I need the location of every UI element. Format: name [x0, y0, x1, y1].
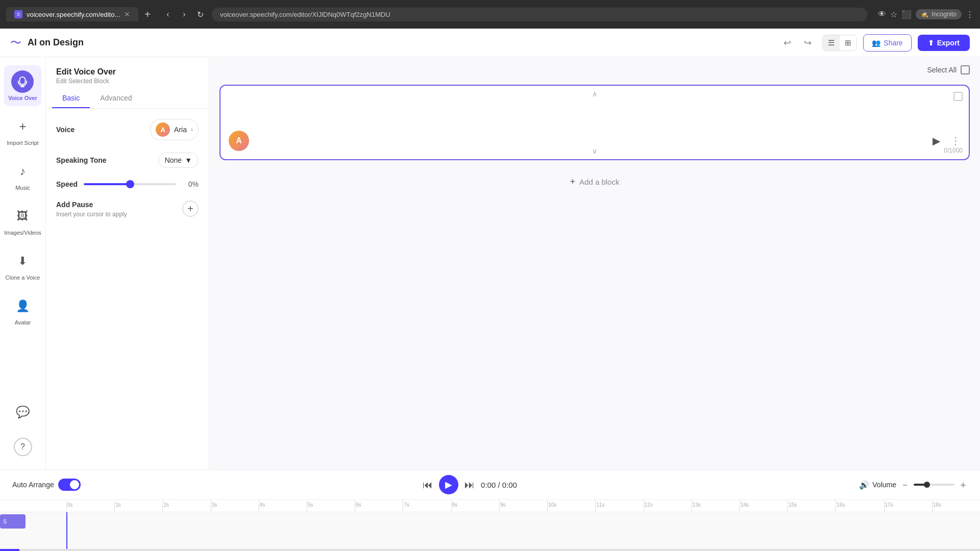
voice-selector[interactable]: A Aria › — [150, 119, 199, 140]
time-display: 0:00 / 0:00 — [481, 481, 517, 489]
timeline-play-btn[interactable]: ▶ — [439, 475, 458, 494]
active-tab[interactable]: S voiceover.speechify.com/edito... ✕ — [6, 7, 138, 21]
block-move-down-btn[interactable]: ∨ — [589, 145, 601, 157]
block-more-btn[interactable]: ⋮ — [950, 135, 961, 147]
tab-basic[interactable]: Basic — [52, 89, 90, 108]
select-all-checkbox[interactable] — [961, 65, 970, 74]
export-label: Export — [937, 39, 960, 47]
zoom-out-btn[interactable]: － — [900, 479, 910, 491]
new-tab-btn[interactable]: + — [140, 7, 155, 22]
tab-close-btn[interactable]: ✕ — [124, 10, 130, 18]
ruler-label: 7s — [404, 502, 409, 508]
images-videos-label: Images/Videos — [4, 230, 41, 236]
auto-arrange-toggle[interactable] — [58, 479, 81, 491]
volume-icon: 🔊 — [859, 480, 869, 490]
panel-subtitle: Edit Selected Block — [56, 78, 199, 85]
redo-btn[interactable]: ↪ — [799, 34, 816, 52]
share-icon: 👥 — [872, 39, 880, 47]
ruler-label: 6s — [356, 502, 361, 508]
speechify-logo-icon: 〜 — [10, 35, 21, 51]
back-btn[interactable]: ‹ — [161, 7, 175, 21]
sidebar-item-help[interactable]: ? — [5, 433, 41, 461]
app-header: 〜 AI on Design ↩ ↪ ☰ ⊞ 👥 Share ⬆ Export — [0, 29, 980, 57]
volume-controls: 🔊 Volume － ＋ — [859, 479, 968, 491]
import-script-icon: + — [11, 115, 34, 138]
refresh-btn[interactable]: ↻ — [193, 7, 208, 21]
speed-slider[interactable] — [84, 183, 176, 185]
help-icon: ? — [14, 438, 32, 456]
ruler-label: 18s — [933, 502, 941, 508]
select-all-row[interactable]: Select All — [927, 65, 970, 74]
speed-value: 0% — [182, 180, 199, 188]
app-body: Voice Over + Import Script ♪ Music 🖼 Ima… — [0, 57, 980, 469]
desktop-icon[interactable]: ⬛ — [901, 10, 912, 19]
zoom-in-btn[interactable]: ＋ — [959, 479, 968, 491]
clone-voice-label: Clone a Voice — [6, 274, 40, 281]
ruler-label: 2s — [163, 502, 169, 508]
timeline-controls: Auto Arrange ⏮ ▶ ⏭ 0:00 / 0:00 🔊 Volume … — [0, 470, 980, 500]
speed-row: Speed 0% — [56, 180, 199, 188]
block-checkbox[interactable] — [953, 92, 963, 101]
add-block-label: Add a block — [579, 178, 619, 186]
forward-btn[interactable]: › — [177, 7, 191, 21]
undo-redo-group: ↩ ↪ — [778, 34, 816, 52]
auto-arrange-label: Auto Arrange — [12, 481, 54, 489]
block-play-btn[interactable]: ▶ — [928, 133, 944, 149]
dropdown-chevron-icon: ▼ — [185, 156, 192, 164]
editor-toolbar: Select All — [209, 57, 980, 74]
editor-area: Select All ∧ A ▶ ⋮ — [209, 57, 980, 469]
avatar-label: Avatar — [15, 319, 31, 325]
sidebar-item-comments[interactable]: 💬 — [5, 396, 41, 429]
speaking-tone-dropdown[interactable]: None ▼ — [158, 153, 199, 168]
tab-bar: S voiceover.speechify.com/edito... ✕ + — [6, 7, 155, 22]
timeline-track-item[interactable]: S — [0, 514, 26, 529]
share-label: Share — [884, 39, 902, 47]
char-count: 0/1000 — [944, 147, 963, 154]
ruler-label: 13s — [693, 502, 701, 508]
sidebar-item-clone-voice[interactable]: ⬇ Clone a Voice — [2, 245, 44, 286]
timeline-area: Auto Arrange ⏮ ▶ ⏭ 0:00 / 0:00 🔊 Volume … — [0, 469, 980, 551]
music-icon: ♪ — [12, 160, 34, 183]
volume-slider[interactable] — [914, 484, 954, 486]
left-panel: Edit Voice Over Edit Selected Block Basi… — [46, 57, 209, 469]
timeline-ruler: 0s1s2s3s4s5s6s7s8s9s10s11s12s13s14s15s16… — [0, 500, 980, 512]
project-title: AI on Design — [28, 37, 772, 48]
undo-btn[interactable]: ↩ — [778, 34, 796, 52]
export-button[interactable]: ⬆ Export — [918, 35, 970, 51]
single-view-btn[interactable]: ☰ — [823, 35, 840, 51]
ruler-label: 5s — [308, 502, 313, 508]
share-button[interactable]: 👥 Share — [863, 34, 911, 52]
add-block-btn[interactable]: + Add a block — [219, 168, 970, 195]
sidebar-item-import-script[interactable]: + Import Script — [3, 110, 42, 151]
app: 〜 AI on Design ↩ ↪ ☰ ⊞ 👥 Share ⬆ Export — [0, 29, 980, 551]
more-icon[interactable]: ⋮ — [966, 10, 974, 19]
bookmark-icon[interactable]: ☆ — [890, 10, 897, 19]
grid-view-btn[interactable]: ⊞ — [840, 35, 856, 51]
sidebar-item-images-videos[interactable]: 🖼 Images/Videos — [0, 200, 45, 241]
skip-back-btn[interactable]: ⏮ — [423, 479, 433, 491]
volume-text: Volume — [872, 481, 896, 489]
volume-label: 🔊 Volume — [859, 480, 896, 490]
ruler-label: 1s — [115, 502, 121, 508]
sidebar-item-avatar[interactable]: 👤 Avatar — [5, 290, 41, 331]
eye-slash-icon: 👁 — [878, 10, 886, 19]
auto-arrange: Auto Arrange — [12, 479, 81, 491]
add-pause-btn[interactable]: + — [182, 201, 199, 217]
voice-avatar: A — [156, 122, 170, 137]
speaking-tone-label: Speaking Tone — [56, 156, 107, 164]
tab-advanced[interactable]: Advanced — [90, 89, 142, 108]
sidebar-item-music[interactable]: ♪ Music — [5, 155, 41, 196]
text-block: ∧ A ▶ ⋮ 0/1000 ∨ — [219, 85, 970, 160]
icon-sidebar: Voice Over + Import Script ♪ Music 🖼 Ima… — [0, 57, 46, 469]
timeline-tracks: S — [0, 512, 980, 549]
images-videos-icon: 🖼 — [11, 205, 34, 228]
voice-name: Aria — [174, 126, 187, 134]
address-bar[interactable]: voiceover.speechify.com/editor/XIJlDNq0W… — [212, 8, 868, 21]
sidebar-item-voice-over[interactable]: Voice Over — [4, 65, 41, 106]
header-actions: ↩ ↪ ☰ ⊞ 👥 Share ⬆ Export — [778, 34, 970, 52]
add-block-icon: + — [570, 177, 576, 187]
block-move-up-btn[interactable]: ∧ — [589, 88, 601, 100]
ruler-label: 3s — [212, 502, 217, 508]
ruler-label: 9s — [500, 502, 506, 508]
skip-forward-btn[interactable]: ⏭ — [464, 479, 475, 491]
